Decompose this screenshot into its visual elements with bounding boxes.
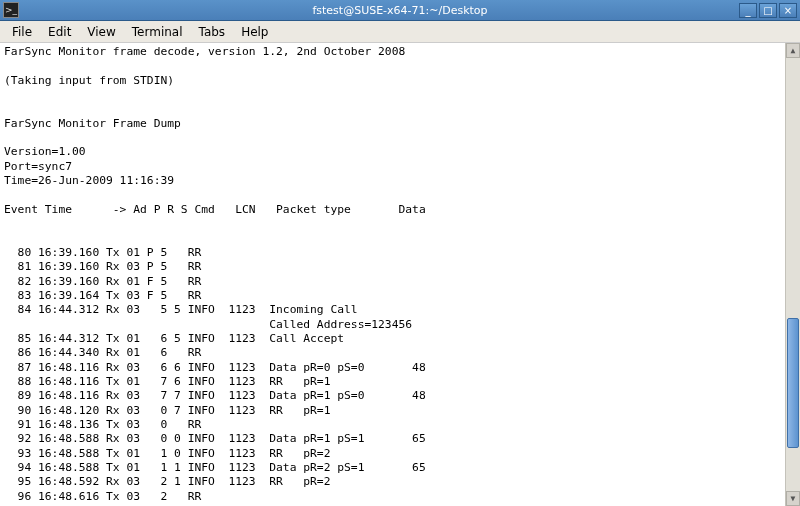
close-button[interactable]: × [779, 3, 797, 18]
app-icon: >_ [3, 2, 19, 18]
menu-help[interactable]: Help [233, 23, 276, 41]
terminal-output[interactable]: FarSync Monitor frame decode, version 1.… [0, 43, 785, 506]
menu-view[interactable]: View [79, 23, 123, 41]
window-title: fstest@SUSE-x64-71:~/Desktop [312, 4, 487, 17]
scroll-track[interactable] [786, 58, 800, 491]
vertical-scrollbar[interactable]: ▲ ▼ [785, 43, 800, 506]
window-title-bar: >_ fstest@SUSE-x64-71:~/Desktop _ □ × [0, 0, 800, 21]
menu-terminal[interactable]: Terminal [124, 23, 191, 41]
maximize-button[interactable]: □ [759, 3, 777, 18]
scroll-down-button[interactable]: ▼ [786, 491, 800, 506]
menu-tabs[interactable]: Tabs [191, 23, 234, 41]
scroll-thumb[interactable] [787, 318, 799, 448]
menu-file[interactable]: File [4, 23, 40, 41]
menu-edit[interactable]: Edit [40, 23, 79, 41]
menu-bar: File Edit View Terminal Tabs Help [0, 21, 800, 43]
minimize-button[interactable]: _ [739, 3, 757, 18]
scroll-up-button[interactable]: ▲ [786, 43, 800, 58]
